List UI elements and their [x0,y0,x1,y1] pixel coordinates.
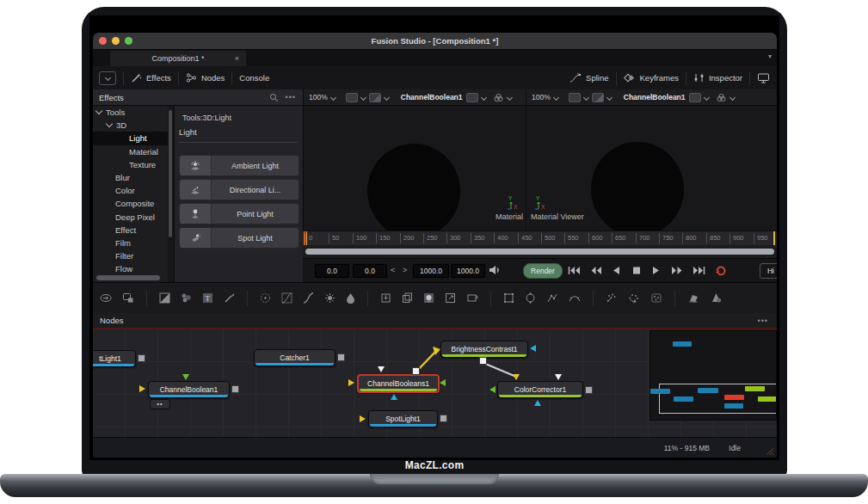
title-bar[interactable]: Fusion Studio - [Composition1 *] [93,33,777,50]
nodes-panel-menu[interactable]: ••• [758,317,768,325]
tool-directional-light[interactable]: Directional Li... [179,179,299,200]
fast-forward-icon[interactable] [671,266,683,275]
effects-panel-menu[interactable]: ••• [286,93,296,101]
tree-item-flow[interactable]: Flow [93,262,168,275]
output-port[interactable] [138,354,145,362]
chevron-down-icon[interactable] [507,94,513,100]
chevron-down-icon[interactable] [481,94,487,100]
tree-item-film[interactable]: Film [93,237,168,249]
particle-merge-icon[interactable] [650,292,662,304]
background-icon[interactable] [159,292,170,304]
tree-item-blur[interactable]: Blur [93,171,168,184]
inspector-toolbar-button[interactable]: Inspector [693,72,742,83]
input-port[interactable] [378,366,385,372]
modifier-tag[interactable]: •• [150,399,170,409]
resize-icon[interactable] [445,292,456,304]
left-viewer-zoom[interactable]: 100% [309,93,328,101]
right-viewer-node[interactable]: ChannelBoolean1 [624,93,686,101]
chevron-down-icon[interactable] [360,94,366,100]
colorspace-icon[interactable] [260,292,271,304]
fast-rewind-icon[interactable] [590,266,602,275]
graph-node-spotlight1[interactable]: SpotLight1 [368,410,438,427]
input-port[interactable] [348,379,354,386]
polygon-mask-icon[interactable] [546,292,558,304]
bspline-mask-icon[interactable] [569,292,581,304]
tool-point-light[interactable]: Point Light [179,203,299,224]
output-port[interactable] [440,415,447,422]
input-port[interactable] [391,394,397,400]
tree-item-composite[interactable]: Composite [93,197,168,210]
output-port[interactable] [412,367,420,375]
time-ruler[interactable]: 0 50 100 150 200 250 300 350 400 450 500… [303,230,777,246]
color-wheel-icon[interactable] [493,93,504,102]
input-port[interactable] [440,379,446,386]
loader-icon[interactable] [100,292,112,304]
chevron-down-icon[interactable] [729,94,736,100]
input-port[interactable] [182,374,189,380]
search-icon[interactable] [269,93,279,102]
hue-icon[interactable] [346,292,355,304]
loop-icon[interactable] [714,264,728,276]
rectangle-mask-icon[interactable] [503,292,514,304]
layout-icon[interactable] [346,93,358,102]
effects-toolbar-button[interactable]: Effects [131,72,171,83]
tree-item-filter[interactable]: Filter [93,249,168,262]
input-port[interactable] [530,345,536,352]
resize-grip-icon[interactable] [764,446,774,456]
layout-icon[interactable] [569,93,581,102]
range-start-field[interactable]: 0.0 [315,264,349,278]
matte-control-icon[interactable] [423,292,434,304]
input-port[interactable] [534,400,541,406]
goto-start-icon[interactable] [568,266,581,275]
input-port[interactable] [555,374,562,380]
tree-vertical-scrollbar[interactable] [169,110,172,237]
tree-item-tools[interactable]: Tools [93,106,168,119]
tab-composition1[interactable]: Composition1 * × [110,51,246,66]
viewer-area[interactable]: YX YX Material Material Viewer [303,106,777,230]
input-port[interactable] [360,415,366,422]
tool-ambient-light[interactable]: Ambient Light [179,155,299,176]
graph-node-brightnesscontrast1[interactable]: BrightnessContrast1 [440,341,528,358]
colorgain-icon[interactable] [303,292,314,304]
chevron-down-icon[interactable] [606,94,613,100]
particle-render-icon[interactable] [628,292,640,304]
tree-item-texture[interactable]: Texture [93,158,168,171]
spline-toolbar-button[interactable]: Spline [569,72,608,83]
goto-end-icon[interactable] [693,266,705,275]
tree-item-material[interactable]: Material [93,145,168,158]
input-port[interactable] [489,386,496,393]
chevron-down-icon[interactable] [330,94,336,100]
subview-icon[interactable] [592,93,604,102]
image-plane-3d-icon[interactable] [687,292,700,304]
tree-item-color[interactable]: Color [93,184,168,197]
tree-item-light[interactable]: Light [93,132,168,144]
graph-node-channelbooleans1[interactable]: ChannelBooleans1 [357,374,440,393]
chevron-down-icon[interactable] [384,94,390,100]
tab-overflow-icon[interactable]: ▾ [768,52,772,60]
display-button[interactable] [757,72,770,83]
graph-node-colorcorrector1[interactable]: ColorCorrector1 [497,381,583,398]
tree-item-effect[interactable]: Effect [93,224,168,237]
playhead[interactable] [304,231,305,245]
output-port[interactable] [337,353,345,361]
graph-minimap[interactable] [649,330,777,421]
tool-spot-light[interactable]: Spot Light [179,227,299,249]
colorcurves-icon[interactable] [281,292,292,304]
graph-node-catcher1[interactable]: Catcher1 [254,349,336,366]
input-port[interactable] [139,385,145,392]
tab-close-icon[interactable]: × [235,51,239,66]
left-viewer-node[interactable]: ChannelBoolean1 [401,93,463,101]
toolbar-toggle-button[interactable] [99,71,116,85]
paint-icon[interactable] [224,292,235,304]
text-tool-icon[interactable]: T [202,292,213,304]
audio-icon[interactable] [489,265,501,275]
transform-icon[interactable] [380,292,391,304]
chevron-down-icon[interactable] [583,94,589,100]
graph-node-tlight1[interactable]: tLight1 [93,350,136,367]
output-port[interactable] [231,385,239,393]
play-icon[interactable] [652,266,660,275]
keyframes-toolbar-button[interactable]: Keyframes [624,72,679,83]
brightness-contrast-icon[interactable] [324,292,336,304]
step-back-button[interactable]: < [391,264,395,276]
nodes-toolbar-button[interactable]: Nodes [186,72,225,83]
